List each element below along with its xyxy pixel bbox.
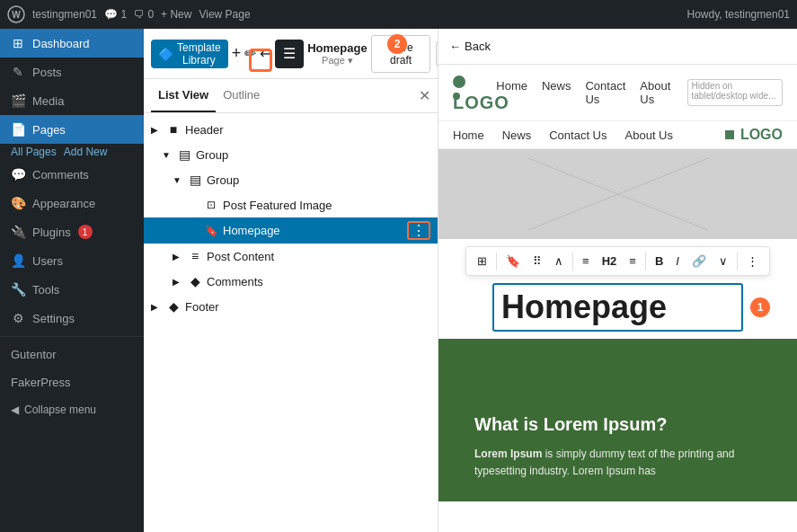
toolbar-bold-button[interactable]: B (650, 251, 669, 271)
sidebar-item-dashboard[interactable]: ⊞ Dashboard (0, 29, 144, 58)
sidebar-item-label: Appearance (32, 197, 95, 210)
back-arrow-icon: ← (449, 40, 461, 53)
gutentor-label: Gutentor (11, 348, 57, 361)
plugins-icon: 🔌 (11, 225, 25, 239)
hidden-label: Hidden on tablet/desktop wide... (687, 79, 783, 106)
toolbar-move-up-button[interactable]: ∧ (549, 251, 569, 271)
add-block-button[interactable]: + (232, 40, 242, 68)
toolbar-copy-button[interactable]: ⊞ (472, 251, 492, 271)
tab-list-view[interactable]: List View (151, 79, 216, 112)
all-pages-link[interactable]: All Pages (11, 146, 57, 158)
sidebar: ⊞ Dashboard ✎ Posts 🎬 Media 📄 Pages All … (0, 29, 144, 532)
list-view-panel: List View Outline ✕ ▶ ■ Header ▼ ▤ Group (144, 79, 438, 532)
chevron-icon[interactable]: ▶ (151, 125, 162, 135)
edit-button[interactable]: ✏ (244, 40, 256, 68)
item-menu-button[interactable]: ⋮ (407, 221, 430, 240)
back-button[interactable]: ← Back (449, 40, 491, 53)
sidebar-item-pages[interactable]: 📄 Pages (0, 115, 144, 144)
toolbar-align-button[interactable]: ≡ (577, 251, 595, 271)
posts-icon: ✎ (11, 65, 25, 79)
logo-text: LOGO (453, 93, 460, 100)
chevron-icon[interactable]: ▶ (173, 277, 183, 287)
homepage-heading-input[interactable] (492, 283, 743, 332)
collapse-label: Collapse menu (24, 403, 96, 416)
sidebar-item-fakerpress[interactable]: FakerPress (0, 368, 144, 396)
nav-home[interactable]: Home (496, 79, 527, 106)
group-2-label: Group (207, 173, 430, 187)
plus-icon: + (232, 44, 242, 63)
tree-item-footer[interactable]: ▶ ◆ Footer (144, 294, 438, 319)
sidebar-item-label: Tools (32, 283, 59, 297)
media-icon: 🎬 (11, 93, 25, 108)
toolbar-options-button[interactable]: ⋮ (741, 251, 764, 271)
template-library-label: Template Library (177, 41, 221, 66)
tree-item-group-1[interactable]: ▼ ▤ Group (144, 142, 438, 167)
subnav-home[interactable]: Home (453, 129, 484, 142)
chevron-icon[interactable]: ▶ (151, 302, 162, 312)
preview-subnav: Home News Contact Us About Us LOGO (438, 121, 797, 149)
tree-item-post-featured-image[interactable]: ⊡ Post Featured Image (144, 192, 438, 217)
tree-item-header[interactable]: ▶ ■ Header (144, 117, 438, 142)
list-view-content: ▶ ■ Header ▼ ▤ Group ▼ ▤ Group (144, 113, 438, 532)
toolbar-more-formats-button[interactable]: ∨ (713, 251, 733, 271)
admin-bar-howdy: Howdy, testingmen01 (686, 8, 790, 21)
annotation-1-wrapper: 1 (750, 297, 770, 317)
toolbar-link-button[interactable]: 🔗 (686, 251, 712, 271)
chevron-icon[interactable]: ▶ (173, 252, 183, 262)
nav-about[interactable]: About Us (640, 79, 672, 106)
sidebar-item-settings[interactable]: ⚙ Settings (0, 304, 144, 332)
chevron-icon[interactable]: ▼ (162, 150, 173, 160)
sidebar-item-comments[interactable]: 💬 Comments (0, 160, 144, 189)
collapse-menu[interactable]: ◀ Collapse menu (0, 396, 144, 423)
nav-news[interactable]: News (542, 79, 571, 106)
sidebar-item-tools[interactable]: 🔧 Tools (0, 275, 144, 304)
group-block-icon: ▤ (176, 146, 192, 163)
lorem-body: Lorem Ipsum is simply dummy text of the … (474, 446, 761, 480)
preview-hero (438, 149, 797, 239)
tab-outline[interactable]: Outline (216, 79, 267, 112)
preview-nav: LOGO Home News Contact Us About Us Hidde… (438, 65, 797, 121)
sidebar-item-posts[interactable]: ✎ Posts (0, 58, 144, 86)
post-content-icon: ≡ (187, 248, 203, 264)
tree-item-comments[interactable]: ▶ ◆ Comments (144, 269, 438, 294)
sidebar-item-gutentor[interactable]: Gutentor (0, 341, 144, 368)
subnav-news[interactable]: News (502, 129, 532, 142)
sidebar-item-label: Comments (32, 168, 89, 182)
toolbar-bookmark-button[interactable]: 🔖 (500, 251, 526, 271)
tree-item-post-content[interactable]: ▶ ≡ Post Content (144, 244, 438, 269)
editor-topbar: 🔷 Template Library + ✏ ↩ ☰ 2 (144, 29, 438, 79)
admin-bar: W testingmen01 💬 1 🗨 0 + New View Page H… (0, 0, 797, 29)
add-new-link[interactable]: Add New (64, 146, 108, 158)
toolbar-align2-button[interactable]: ≡ (624, 251, 642, 271)
subnav-contact[interactable]: Contact Us (549, 129, 607, 142)
comments-block-icon: ◆ (187, 273, 203, 289)
close-panel-button[interactable]: ✕ (419, 87, 430, 104)
chevron-icon[interactable]: ▼ (173, 175, 183, 185)
tree-item-group-2[interactable]: ▼ ▤ Group (144, 167, 438, 192)
canvas-topbar: ← Back (438, 29, 797, 65)
undo-button[interactable]: ↩ (260, 40, 271, 68)
sidebar-item-users[interactable]: 👤 Users (0, 246, 144, 275)
admin-bar-view-page[interactable]: View Page (199, 8, 250, 21)
sidebar-item-label: Settings (32, 312, 75, 325)
list-view-button[interactable]: ☰ (275, 40, 304, 68)
settings-icon: ⚙ (11, 311, 25, 325)
nav-contact[interactable]: Contact Us (585, 79, 625, 106)
annotation-2-wrapper: 2 (387, 34, 407, 54)
toolbar-h2-button[interactable]: H2 (597, 251, 623, 271)
template-library-button[interactable]: 🔷 Template Library (151, 40, 228, 68)
back-label: Back (465, 40, 491, 53)
admin-bar-new[interactable]: + New (161, 8, 191, 21)
admin-bar-site[interactable]: testingmen01 (32, 8, 97, 21)
toolbar-italic-button[interactable]: I (670, 251, 685, 271)
subnav-about[interactable]: About Us (625, 129, 673, 142)
toolbar-drag-button[interactable]: ⠿ (527, 251, 547, 271)
editor-panel: 🔷 Template Library + ✏ ↩ ☰ 2 (144, 29, 438, 532)
plugins-badge: 1 (78, 225, 93, 239)
sidebar-item-media[interactable]: 🎬 Media (0, 86, 144, 115)
tree-item-homepage[interactable]: 🔖 Homepage ⋮ 3 (144, 217, 438, 244)
comments-label: Comments (207, 275, 430, 288)
sidebar-item-plugins[interactable]: 🔌 Plugins 1 (0, 217, 144, 246)
page-subtitle[interactable]: Page ▾ (307, 55, 367, 66)
sidebar-item-appearance[interactable]: 🎨 Appearance (0, 189, 144, 217)
